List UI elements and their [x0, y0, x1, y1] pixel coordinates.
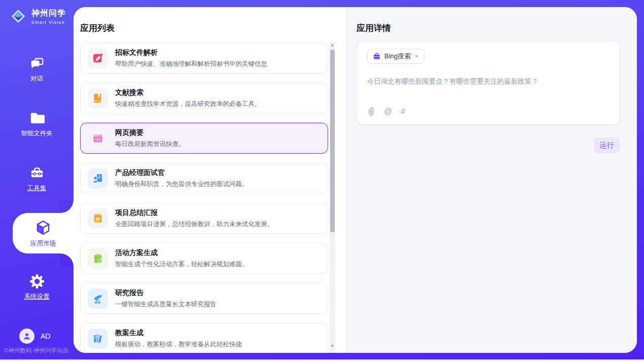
- sidebar-item-app-market-active[interactable]: 应用市场: [13, 213, 74, 254]
- app-card-title: 项目总结汇报: [115, 208, 274, 218]
- app-card-title: 产品经理面试官: [115, 168, 248, 177]
- run-button[interactable]: 运行: [594, 137, 620, 153]
- app-card-desc: 智能生成个性化活动方案，轻松解决规划难题。: [115, 260, 248, 269]
- pill-notch-top: [60, 200, 74, 213]
- app-detail-panel: 应用详情 Bing搜索 × 今日湖北有哪些新闻要点？有哪些需要关注的最新政策？: [346, 7, 637, 353]
- paperclip-icon[interactable]: [367, 107, 375, 116]
- app-list-title: 应用列表: [80, 22, 115, 34]
- app-list-panel: 应用列表 招标文件解析 帮助用户快速、准确地理解和解析招标书中的关键信息: [74, 7, 346, 353]
- books-icon: [88, 329, 108, 349]
- notepad-icon: [88, 208, 108, 229]
- folder-icon: [29, 111, 45, 126]
- app-card-title: 文献搜索: [115, 88, 261, 97]
- scroll-up-icon[interactable]: ▲: [330, 42, 335, 49]
- hash-icon[interactable]: #: [401, 107, 405, 116]
- app-detail-title: 应用详情: [356, 22, 391, 34]
- app-card-desc: 模板驱动，教案秒成，教学准备从此轻松快捷: [115, 340, 242, 349]
- app-card-desc: 一键智能生成高质量长文本研究报告: [115, 300, 217, 309]
- app-card-title: 教案生成: [115, 329, 242, 338]
- app-card-desc: 每日政府新闻资讯快查。: [115, 140, 185, 149]
- copyright-text: ©神州数码·神州问学出品: [4, 347, 68, 354]
- telescope-icon: [88, 288, 108, 309]
- brand-logo: 神州问学 Smart Vision: [9, 7, 66, 25]
- close-icon[interactable]: ×: [414, 53, 419, 60]
- sidebar-item-label: 应用市场: [30, 239, 56, 248]
- sidebar-item-smart-folders[interactable]: 智能文件夹: [0, 111, 74, 138]
- sidebar: 神州问学 Smart Vision 对话 智能文件夹: [0, 0, 74, 359]
- sidebar-item-label: 工具集: [27, 184, 47, 193]
- toolbox-icon: [29, 165, 45, 180]
- brand-subtitle: Smart Vision: [31, 20, 66, 25]
- tool-tag-bing-search[interactable]: Bing搜索 ×: [367, 49, 424, 64]
- app-card-pm-interviewer[interactable]: 产品经理面试官 明确身份和职责，为您提供专业性的面试问题。: [80, 163, 328, 194]
- sidebar-item-chat[interactable]: 对话: [0, 56, 74, 83]
- app-list-scrollbar[interactable]: ▲ ▼: [330, 42, 335, 353]
- app-card-list: 招标文件解析 帮助用户快速、准确地理解和解析招标书中的关键信息 文献搜索 快速精…: [80, 43, 328, 353]
- app-card-title: 网页摘要: [115, 128, 185, 137]
- pill-notch-bottom: [60, 254, 74, 267]
- mention-icon[interactable]: @: [384, 107, 392, 116]
- clipboard-check-icon: [88, 248, 108, 269]
- scroll-down-icon[interactable]: ▼: [330, 343, 335, 350]
- app-card-lesson-plan[interactable]: 教案生成 模板驱动，教案秒成，教学准备从此轻松快捷: [80, 323, 328, 353]
- diamond-logo-icon: [9, 7, 27, 25]
- query-input[interactable]: 今日湖北有哪些新闻要点？有哪些需要关注的最新政策？: [367, 77, 611, 87]
- cube-icon: [34, 219, 52, 236]
- sidebar-item-label: 智能文件夹: [21, 129, 53, 138]
- browser-code-icon: [88, 128, 108, 149]
- chat-icon: [29, 56, 45, 71]
- scrollbar-thumb[interactable]: [330, 50, 335, 232]
- tool-tag-label: Bing搜索: [384, 52, 411, 61]
- app-card-research-report[interactable]: 研究报告 一键智能生成高质量长文本研究报告: [80, 283, 328, 314]
- attachment-toolbar: @ #: [367, 107, 405, 116]
- app-card-desc: 帮助用户快速、准确地理解和解析招标书中的关键信息: [115, 60, 267, 68]
- sidebar-item-toolset[interactable]: 工具集: [0, 165, 74, 193]
- gear-icon: [29, 274, 45, 289]
- app-card-web-summary-selected[interactable]: 网页摘要 每日政府新闻资讯快查。: [80, 123, 328, 154]
- app-card-title: 活动方案生成: [115, 248, 248, 258]
- brand-name: 神州问学: [31, 8, 66, 19]
- interview-person-icon: [88, 168, 108, 189]
- app-card-desc: 全面回顾项目进展，总结经验教训，助力未来优化发展。: [115, 220, 274, 229]
- bottom-strip: [0, 359, 644, 362]
- user-avatar-icon: [19, 329, 34, 344]
- book-icon: [88, 88, 108, 108]
- query-card: Bing搜索 × 今日湖北有哪些新闻要点？有哪些需要关注的最新政策？ @ #: [356, 41, 620, 125]
- app-card-tender-analysis[interactable]: 招标文件解析 帮助用户快速、准确地理解和解析招标书中的关键信息: [80, 43, 328, 74]
- sidebar-item-settings[interactable]: 系统设置: [0, 274, 74, 301]
- app-card-title: 研究报告: [115, 288, 217, 298]
- edit-document-icon: [88, 48, 108, 68]
- user-name: AD: [41, 332, 50, 340]
- user-account[interactable]: AD: [19, 329, 50, 344]
- app-card-project-summary[interactable]: 项目总结汇报 全面回顾项目进展，总结经验教训，助力未来优化发展。: [80, 203, 328, 234]
- app-card-literature-search[interactable]: 文献搜索 快速精准查找学术资源，提高研究效率的必备工具。: [80, 83, 328, 114]
- sidebar-item-label: 对话: [30, 75, 43, 83]
- briefcase-icon: [373, 52, 381, 60]
- sidebar-item-label: 系统设置: [24, 293, 50, 301]
- content-frame: 应用列表 招标文件解析 帮助用户快速、准确地理解和解析招标书中的关键信息: [74, 7, 637, 353]
- app-card-event-plan[interactable]: 活动方案生成 智能生成个性化活动方案，轻松解决规划难题。: [80, 243, 328, 274]
- app-card-desc: 快速精准查找学术资源，提高研究效率的必备工具。: [115, 100, 261, 108]
- app-card-desc: 明确身份和职责，为您提供专业性的面试问题。: [115, 180, 248, 189]
- app-card-title: 招标文件解析: [115, 48, 267, 57]
